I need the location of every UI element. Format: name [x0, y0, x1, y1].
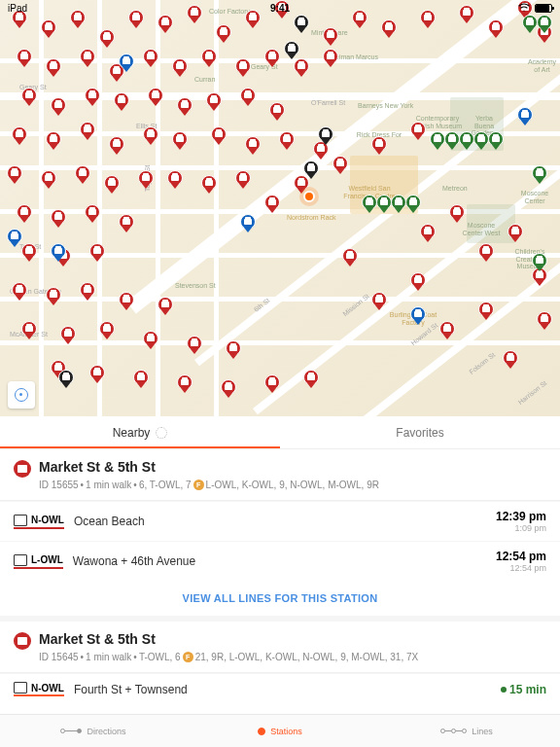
- transit-stop-pin[interactable]: [532, 253, 547, 272]
- transit-stop-pin[interactable]: [362, 195, 377, 214]
- transit-stop-pin[interactable]: [46, 58, 61, 78]
- line-row[interactable]: L-OWL Wawona + 46th Avenue 12:54 pm 12:5…: [0, 541, 560, 581]
- transit-stop-pin[interactable]: [303, 160, 319, 180]
- transit-stop-pin[interactable]: [7, 229, 22, 248]
- transit-stop-pin[interactable]: [80, 49, 95, 68]
- transit-stop-pin[interactable]: [17, 49, 32, 68]
- transit-stop-pin[interactable]: [172, 131, 188, 151]
- transit-stop-pin[interactable]: [410, 122, 426, 141]
- transit-stop-pin[interactable]: [284, 41, 299, 60]
- transit-stop-pin[interactable]: [158, 297, 173, 316]
- transit-stop-pin[interactable]: [119, 292, 134, 311]
- transit-stop-pin[interactable]: [80, 122, 95, 141]
- transit-stop-pin[interactable]: [187, 336, 202, 355]
- transit-stop-pin[interactable]: [206, 92, 222, 112]
- transit-stop-pin[interactable]: [114, 92, 129, 112]
- transit-stop-pin[interactable]: [51, 97, 66, 117]
- transit-stop-pin[interactable]: [508, 224, 523, 243]
- transit-stop-pin[interactable]: [473, 131, 489, 151]
- transit-stop-pin[interactable]: [89, 243, 105, 263]
- transit-stop-pin[interactable]: [332, 156, 348, 175]
- transit-stop-pin[interactable]: [488, 19, 504, 39]
- transit-stop-pin[interactable]: [371, 292, 387, 311]
- transit-stop-pin[interactable]: [177, 97, 192, 117]
- transit-stop-pin[interactable]: [143, 331, 158, 350]
- transit-stop-pin[interactable]: [371, 136, 387, 156]
- transit-stop-pin[interactable]: [235, 58, 251, 78]
- transit-stop-pin[interactable]: [201, 175, 217, 195]
- transit-stop-pin[interactable]: [391, 195, 406, 214]
- transit-stop-pin[interactable]: [245, 136, 261, 156]
- transit-stop-pin[interactable]: [85, 204, 100, 224]
- transit-stop-pin[interactable]: [143, 49, 158, 68]
- transit-stop-pin[interactable]: [410, 272, 426, 292]
- transit-stop-pin[interactable]: [459, 131, 474, 151]
- transit-stop-pin[interactable]: [85, 88, 100, 107]
- locate-button[interactable]: [8, 381, 35, 409]
- nav-lines[interactable]: Lines: [373, 715, 560, 747]
- transit-stop-pin[interactable]: [269, 102, 285, 122]
- transit-stop-pin[interactable]: [138, 170, 154, 190]
- tab-nearby[interactable]: Nearby: [0, 416, 280, 448]
- transit-stop-pin[interactable]: [410, 306, 426, 326]
- transit-stop-pin[interactable]: [133, 370, 149, 389]
- transit-stop-pin[interactable]: [264, 49, 280, 68]
- transit-stop-pin[interactable]: [99, 29, 115, 49]
- transit-stop-pin[interactable]: [21, 321, 37, 340]
- transit-stop-pin[interactable]: [264, 374, 280, 394]
- transit-stop-pin[interactable]: [58, 370, 74, 389]
- tab-favorites[interactable]: Favorites: [280, 416, 560, 448]
- transit-stop-pin[interactable]: [7, 165, 22, 185]
- transit-stop-pin[interactable]: [216, 24, 231, 44]
- transit-stop-pin[interactable]: [104, 175, 120, 195]
- transit-stop-pin[interactable]: [109, 136, 124, 156]
- transit-stop-pin[interactable]: [51, 209, 66, 229]
- transit-stop-pin[interactable]: [522, 15, 538, 34]
- transit-stop-pin[interactable]: [148, 88, 163, 107]
- transit-stop-pin[interactable]: [478, 302, 494, 321]
- transit-stop-pin[interactable]: [21, 88, 37, 107]
- transit-stop-pin[interactable]: [226, 340, 241, 360]
- transit-stop-pin[interactable]: [17, 204, 32, 224]
- transit-stop-pin[interactable]: [381, 19, 397, 39]
- transit-stop-pin[interactable]: [240, 88, 256, 107]
- transit-stop-pin[interactable]: [119, 214, 134, 233]
- transit-stop-pin[interactable]: [51, 243, 66, 263]
- transit-stop-pin[interactable]: [323, 27, 338, 47]
- transit-stop-pin[interactable]: [99, 321, 115, 340]
- transit-stop-pin[interactable]: [318, 126, 333, 146]
- line-row[interactable]: N-OWL Fourth St + Townsend 15 min: [0, 673, 560, 704]
- transit-stop-pin[interactable]: [211, 126, 227, 146]
- transit-stop-pin[interactable]: [167, 170, 183, 190]
- station-card[interactable]: Market St & 5th St ID 15655• 1 min walk•…: [0, 449, 560, 501]
- transit-stop-pin[interactable]: [503, 350, 518, 370]
- transit-stop-pin[interactable]: [439, 321, 455, 340]
- transit-stop-pin[interactable]: [60, 326, 76, 345]
- transit-stop-pin[interactable]: [41, 19, 56, 39]
- transit-stop-pin[interactable]: [537, 15, 552, 34]
- transit-stop-pin[interactable]: [221, 379, 236, 399]
- transit-stop-pin[interactable]: [75, 165, 90, 185]
- transit-stop-pin[interactable]: [342, 248, 358, 267]
- transit-stop-pin[interactable]: [21, 243, 37, 263]
- transit-stop-pin[interactable]: [488, 131, 504, 151]
- transit-stop-pin[interactable]: [532, 165, 547, 185]
- transit-stop-pin[interactable]: [240, 214, 256, 233]
- transit-stop-pin[interactable]: [172, 58, 188, 78]
- transit-stop-pin[interactable]: [177, 374, 192, 394]
- line-row[interactable]: N-OWL Ocean Beach 12:39 pm 1:09 pm: [0, 501, 560, 541]
- view-all-link[interactable]: VIEW ALL LINES FOR THIS STATION: [0, 581, 560, 622]
- transit-stop-pin[interactable]: [405, 195, 421, 214]
- transit-stop-pin[interactable]: [119, 53, 134, 73]
- transit-stop-pin[interactable]: [294, 58, 309, 78]
- station-list[interactable]: Market St & 5th St ID 15655• 1 min walk•…: [0, 449, 560, 714]
- transit-stop-pin[interactable]: [41, 170, 56, 190]
- transit-stop-pin[interactable]: [420, 224, 436, 243]
- transit-stop-pin[interactable]: [279, 131, 295, 151]
- transit-stop-pin[interactable]: [46, 287, 61, 306]
- transit-stop-pin[interactable]: [537, 311, 552, 331]
- transit-stop-pin[interactable]: [143, 126, 158, 146]
- transit-stop-pin[interactable]: [12, 282, 27, 302]
- transit-stop-pin[interactable]: [376, 195, 392, 214]
- transit-stop-pin[interactable]: [12, 126, 27, 146]
